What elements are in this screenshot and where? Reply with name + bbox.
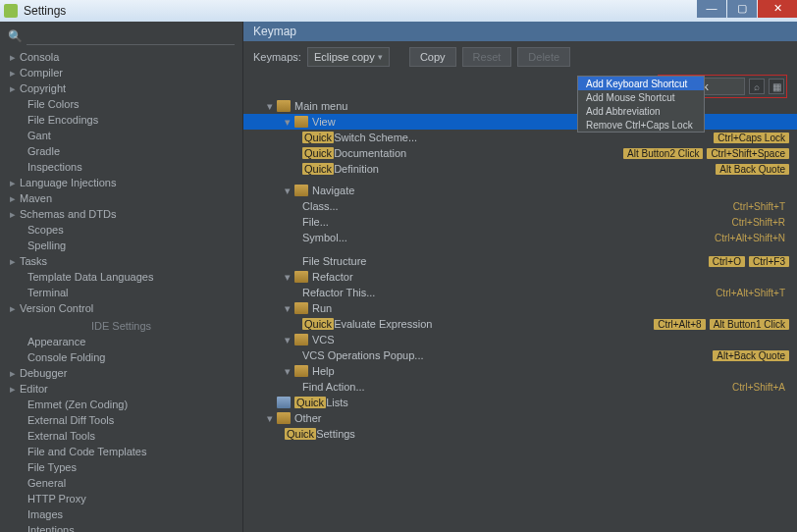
sidebar-item[interactable]: External Tools <box>0 428 242 444</box>
tree-node-view[interactable]: ▾ View <box>251 114 789 130</box>
sidebar-item[interactable]: Template Data Languages <box>0 269 242 285</box>
chevron-down-icon: ▾ <box>378 52 383 62</box>
expand-arrow-icon: ▸ <box>10 51 20 64</box>
tree-action-symbol[interactable]: Symbol...Ctrl+Alt+Shift+N <box>251 230 789 245</box>
folder-open-icon <box>294 365 308 377</box>
sidebar-item[interactable]: Intentions <box>0 522 242 532</box>
sidebar-item[interactable]: Spelling <box>0 238 242 253</box>
sidebar-item[interactable]: ▸Debugger <box>0 365 242 381</box>
sidebar-item[interactable]: File and Code Templates <box>0 444 242 459</box>
sidebar-item[interactable]: Scopes <box>0 222 242 238</box>
menu-add-abbreviation[interactable]: Add Abbreviation <box>578 104 704 118</box>
tree-node-run[interactable]: ▾Run <box>251 300 789 316</box>
sidebar-item[interactable]: Emmet (Zen Coding) <box>0 397 242 412</box>
sidebar-item-label: Template Data Languages <box>27 271 153 283</box>
keymaps-dropdown[interactable]: Eclipse copy ▾ <box>307 47 390 67</box>
tree-node-main-menu[interactable]: ▾ Main menu <box>251 98 789 114</box>
expand-arrow-icon: ▸ <box>10 67 20 80</box>
dialog-body: 🔍 ▸Consola▸Compiler▸CopyrightFile Colors… <box>0 22 797 532</box>
sidebar-item[interactable]: File Encodings <box>0 112 242 128</box>
sidebar-item[interactable]: ▸Schemas and DTDs <box>0 206 242 222</box>
settings-sidebar: 🔍 ▸Consola▸Compiler▸CopyrightFile Colors… <box>0 22 243 532</box>
shortcut-text: Ctrl+Alt+Shift+T <box>712 288 789 298</box>
sidebar-item[interactable]: ▸Copyright <box>0 80 242 96</box>
copy-button[interactable]: Copy <box>409 47 456 67</box>
sidebar-item[interactable]: Terminal <box>0 285 242 300</box>
expand-arrow-icon: ▸ <box>10 192 20 205</box>
sidebar-item-label: Inspections <box>27 161 82 173</box>
context-menu: Add Keyboard Shortcut Add Mouse Shortcut… <box>577 76 705 133</box>
sidebar-search-input[interactable] <box>27 27 235 45</box>
sidebar-item-label: Schemas and DTDs <box>20 208 116 220</box>
sidebar-item-label: File Colors <box>27 98 80 110</box>
folder-icon <box>277 397 291 408</box>
sidebar-item[interactable]: External Diff Tools <box>0 412 242 428</box>
sidebar-item[interactable]: ▸Consola <box>0 49 242 65</box>
sidebar-item[interactable]: ▸Maven <box>0 190 242 206</box>
tree-action-quick-eval[interactable]: Quick Evaluate ExpressionCtrl+Alt+8Alt B… <box>251 316 789 332</box>
sidebar-item[interactable]: Gradle <box>0 143 242 159</box>
menu-add-keyboard-shortcut[interactable]: Add Keyboard Shortcut <box>578 77 704 90</box>
tree-action-quick-switch[interactable]: Quick Switch Scheme... Ctrl+Caps Lock <box>251 130 789 145</box>
menu-remove-shortcut[interactable]: Remove Ctrl+Caps Lock <box>578 118 704 132</box>
tree-action-quick-doc[interactable]: Quick Documentation Alt Button2 Click Ct… <box>251 145 789 161</box>
sidebar-item[interactable]: File Types <box>0 459 242 475</box>
tree-node-quick-lists[interactable]: Quick Lists <box>251 395 789 410</box>
search-icon: 🔍 <box>8 29 23 43</box>
folder-open-icon <box>294 334 308 346</box>
tree-action-find-action[interactable]: Find Action...Ctrl+Shift+A <box>251 379 789 395</box>
sidebar-item[interactable]: File Colors <box>0 96 242 112</box>
expand-arrow-icon: ▸ <box>10 82 20 95</box>
app-icon <box>4 4 18 18</box>
expand-arrow-icon: ▸ <box>10 177 20 189</box>
sidebar-item[interactable]: ▸Compiler <box>0 65 242 80</box>
tree-action-file-structure[interactable]: File StructureCtrl+OCtrl+F3 <box>251 253 789 269</box>
delete-button[interactable]: Delete <box>517 47 570 67</box>
tree-node-refactor[interactable]: ▾Refactor <box>251 269 789 285</box>
sidebar-item[interactable]: ▸Language Injections <box>0 175 242 190</box>
shortcut-badge: Alt+Back Quote <box>713 350 789 361</box>
tree-action-class[interactable]: Class...Ctrl+Shift+T <box>251 198 789 214</box>
tree-action-quick-def[interactable]: Quick Definition Alt Back Quote <box>251 161 789 177</box>
sidebar-item[interactable]: Appearance <box>0 334 242 349</box>
tree-action-vcs-popup[interactable]: VCS Operations Popup...Alt+Back Quote <box>251 347 789 363</box>
sidebar-item[interactable]: ▸Editor <box>0 381 242 397</box>
sidebar-item-label: Language Injections <box>20 177 116 188</box>
sidebar-item[interactable]: Console Folding <box>0 349 242 365</box>
reset-button[interactable]: Reset <box>462 47 512 67</box>
breadcrumb: Keymap <box>243 22 797 41</box>
tree-action-refactor-this[interactable]: Refactor This...Ctrl+Alt+Shift+T <box>251 285 789 300</box>
sidebar-item-label: File and Code Templates <box>27 446 146 457</box>
sidebar-item[interactable]: ▸Version Control <box>0 300 242 316</box>
shortcut-badge: Ctrl+F3 <box>749 256 789 267</box>
sidebar-item-label: Terminal <box>27 287 69 298</box>
sidebar-item-label: Gradle <box>27 145 60 157</box>
shortcut-text: Ctrl+Shift+T <box>729 201 789 212</box>
tree-node-navigate[interactable]: ▾ Navigate <box>251 183 789 198</box>
expand-arrow-icon: ▸ <box>10 383 20 396</box>
maximize-button[interactable]: ▢ <box>727 0 757 18</box>
expand-arrow-icon: ▸ <box>10 302 20 315</box>
shortcut-badge: Ctrl+Caps Lock <box>714 133 789 143</box>
sidebar-item[interactable]: ▸Tasks <box>0 253 242 269</box>
tree-node-vcs[interactable]: ▾VCS <box>251 332 789 347</box>
sidebar-item[interactable]: Inspections <box>0 159 242 175</box>
shortcut-badge: Ctrl+O <box>709 256 745 267</box>
tree-node-other[interactable]: ▾Other <box>251 410 789 426</box>
window-buttons: — ▢ ✕ <box>697 0 797 18</box>
sidebar-item[interactable]: HTTP Proxy <box>0 491 242 506</box>
folder-open-icon <box>294 271 308 283</box>
minimize-button[interactable]: — <box>697 0 726 18</box>
sidebar-item[interactable]: Images <box>0 506 242 522</box>
close-button[interactable]: ✕ <box>758 0 797 18</box>
tree-action-file[interactable]: File...Ctrl+Shift+R <box>251 214 789 230</box>
shortcut-badge: Ctrl+Shift+Space <box>707 148 789 159</box>
shortcut-text: Ctrl+Shift+A <box>728 382 789 393</box>
tree-action-quick-settings[interactable]: Quick Settings <box>251 426 789 442</box>
tree-node-help[interactable]: ▾Help <box>251 363 789 379</box>
menu-add-mouse-shortcut[interactable]: Add Mouse Shortcut <box>578 90 704 104</box>
sidebar-item-label: Images <box>27 508 63 520</box>
sidebar-item[interactable]: General <box>0 475 242 491</box>
sidebar-item[interactable]: Gant <box>0 128 242 143</box>
sidebar-item-label: Version Control <box>20 302 93 314</box>
